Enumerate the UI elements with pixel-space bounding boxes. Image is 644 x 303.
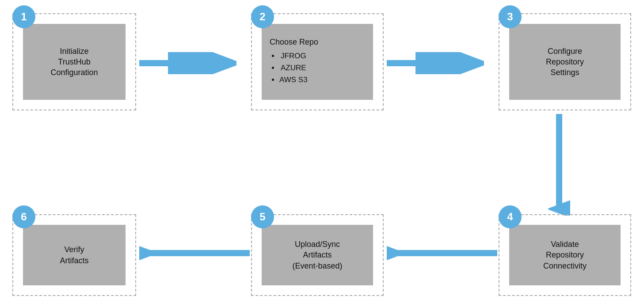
- diagram-container: 1 InitializeTrustHubConfiguration 2 Choo…: [0, 0, 644, 303]
- badge-5: 5: [251, 205, 274, 228]
- arrow-5-6: [139, 242, 250, 264]
- arrow-3-4: [548, 114, 570, 216]
- step-3-label: ConfigureRepositorySettings: [546, 46, 584, 78]
- step-1-label: InitializeTrustHubConfiguration: [50, 46, 98, 78]
- step-5-inner: Upload/SyncArtifacts(Event-based): [262, 225, 373, 285]
- arrow-1-2: [139, 52, 236, 74]
- step-2-item-2: AZURE: [279, 63, 308, 73]
- step-2-title: Choose Repo: [270, 37, 318, 47]
- step-1-outer: InitializeTrustHubConfiguration: [12, 13, 136, 110]
- step-3-inner: ConfigureRepositorySettings: [509, 24, 621, 100]
- step-2-item-1: JFROG: [279, 51, 308, 61]
- badge-4: 4: [499, 205, 522, 228]
- step-2-outer: Choose Repo JFROG AZURE AWS S3: [251, 13, 384, 110]
- badge-3: 3: [499, 5, 522, 28]
- step-4-inner: ValidateRepositoryConnectivity: [509, 225, 621, 285]
- badge-1: 1: [12, 5, 35, 28]
- step-2-item-3: AWS S3: [279, 75, 308, 85]
- step-3-outer: ConfigureRepositorySettings: [499, 13, 631, 110]
- step-1-inner: InitializeTrustHubConfiguration: [23, 24, 126, 100]
- step-6-outer: VerifyArtifacts: [12, 214, 136, 296]
- step-2-list: JFROG AZURE AWS S3: [270, 51, 308, 87]
- step-5-outer: Upload/SyncArtifacts(Event-based): [251, 214, 384, 296]
- badge-6: 6: [12, 205, 35, 228]
- step-6-inner: VerifyArtifacts: [23, 225, 126, 285]
- step-4-label: ValidateRepositoryConnectivity: [543, 239, 587, 271]
- arrow-4-5: [387, 242, 497, 264]
- arrow-2-3: [387, 52, 484, 74]
- badge-2: 2: [251, 5, 274, 28]
- step-5-label: Upload/SyncArtifacts(Event-based): [292, 239, 342, 271]
- step-2-inner: Choose Repo JFROG AZURE AWS S3: [262, 24, 373, 100]
- step-6-label: VerifyArtifacts: [60, 244, 88, 266]
- step-4-outer: ValidateRepositoryConnectivity: [499, 214, 631, 296]
